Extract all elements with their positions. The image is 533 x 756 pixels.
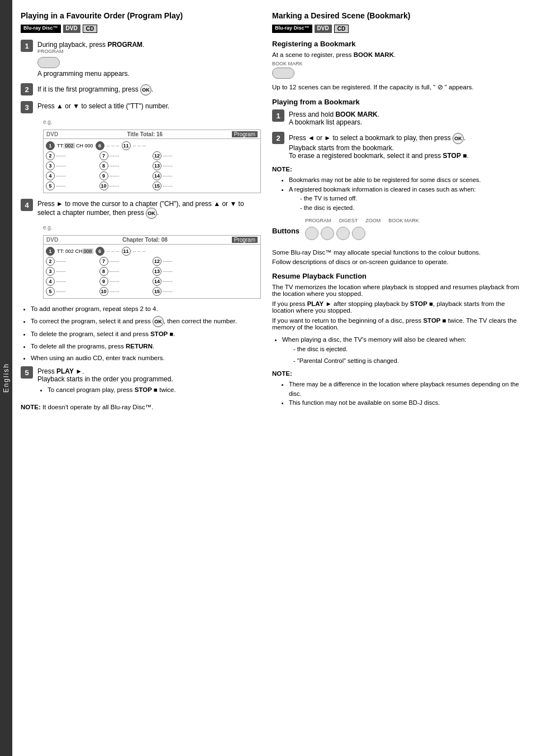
- register-title: Registering a Bookmark: [272, 40, 525, 48]
- t2-row1-detail: TT: 002 CH008: [57, 248, 93, 254]
- btn-label-digest: DIGEST: [339, 218, 358, 223]
- t2-cell-11-dashes: -- -- --: [133, 248, 146, 254]
- note-2: A registered bookmark information is cle…: [289, 185, 525, 213]
- step-5-num: 5: [21, 366, 33, 379]
- left-bullet-list: To add another program, repeat steps 2 t…: [21, 304, 261, 363]
- table1: DVD Title Total: 16 Program 1 TT:002 CH …: [43, 130, 261, 193]
- ok-icon-play: OK: [453, 133, 464, 144]
- t2-r3c1: 3------: [46, 267, 98, 276]
- t1-r3c1: 3------: [46, 161, 98, 170]
- resume-title: Resume Playback Function: [272, 272, 525, 280]
- register-text: At a scene to register, press BOOK MARK.: [272, 51, 525, 58]
- note-1: Bookmarks may not be able to be register…: [289, 175, 525, 185]
- step-1: 1 During playback, press PROGRAM. PROGRA…: [21, 40, 261, 78]
- side-tab-label: English: [2, 363, 10, 393]
- color-buttons-area: PROGRAM DIGEST ZOOM BOOK MARK: [305, 218, 419, 243]
- note-2-sub-2: the disc is ejected.: [300, 203, 525, 213]
- step-1-sub: A programming menu appears.: [37, 70, 130, 78]
- t2-r5c3: 15------: [153, 287, 205, 296]
- t1-r4c3: 14------: [153, 171, 205, 180]
- t2-r2c2: 7------: [99, 257, 152, 266]
- resume-text-3: If you want to return to the beginning o…: [272, 317, 525, 331]
- step-2-content: If it is the first programming, press OK…: [37, 83, 261, 95]
- table1-container: e.g. DVD Title Total: 16 Program 1 TT:00…: [43, 119, 261, 193]
- step-5-text: Press PLAY ►.: [37, 367, 84, 375]
- btn-label-program: PROGRAM: [305, 218, 331, 223]
- left-section-title: Playing in a Favourite Order (Program Pl…: [21, 11, 261, 20]
- right-column: Marking a Desired Scene (Bookmark) Blu-r…: [272, 11, 525, 745]
- bullet-1: To add another program, repeat steps 2 t…: [31, 304, 261, 314]
- right-badge-bluray: Blu-ray Disc™: [272, 25, 312, 33]
- table1-header-left: DVD: [46, 131, 58, 137]
- table1-program-label: Program: [232, 131, 258, 137]
- page-container: English Playing in a Favourite Order (Pr…: [0, 0, 533, 756]
- resume-text-2: If you press PLAY ► after stopping playb…: [272, 300, 525, 314]
- t2-r4c2: 9------: [99, 277, 152, 286]
- play-step-1: 1 Press and hold BOOK MARK. A bookmark l…: [272, 109, 525, 126]
- step-1-text: During playback, press PROGRAM.: [37, 41, 144, 49]
- table1-header-right: Title Total: 16: [127, 131, 163, 137]
- color-buttons-row: [305, 227, 419, 240]
- t2-r3c3: 13------: [153, 267, 205, 276]
- bullet-5: When using an audio CD, enter track numb…: [31, 353, 261, 363]
- table1-rows: 2------ 7------ 12------ 3------ 8------…: [46, 151, 258, 190]
- t1-r4c1: 4------: [46, 171, 98, 180]
- t2-r4c3: 14------: [153, 277, 205, 286]
- step-5-sub: Playback starts in the order you program…: [37, 375, 173, 383]
- ok-icon-2: OK: [140, 84, 151, 95]
- badge-bluray: Blu-ray Disc™: [21, 25, 61, 33]
- resume-sub-2: "Parental Control" setting is changed.: [293, 356, 525, 366]
- play-step-2-text: Press ◄ or ► to select a bookmark to pla…: [289, 134, 465, 142]
- right-badge-dvd: DVD: [315, 25, 332, 33]
- step-3-num: 3: [21, 101, 33, 113]
- table1-row1: 1 TT:002 CH 000 6 -- -- -- 11 -- -- --: [46, 141, 258, 150]
- resume-note-1: There may be a difference in the locatio…: [289, 380, 525, 398]
- note-2-sub: the TV is turned off. the disc is ejecte…: [289, 194, 525, 212]
- t2-cell-11: 11: [122, 247, 131, 256]
- step-2-num: 2: [21, 83, 33, 95]
- btn-labels-row: PROGRAM DIGEST ZOOM BOOK MARK: [305, 218, 419, 223]
- bookmark-button: [272, 68, 294, 79]
- table2-header-left: DVD: [46, 237, 58, 243]
- step-5-bullets: To cancel program play, press STOP ■ twi…: [37, 385, 261, 395]
- resume-bullet-1: When playing a disc, the TV's memory wil…: [282, 335, 525, 365]
- buttons-note2: Follow descriptions of discs or on-scree…: [272, 259, 525, 265]
- bookmark-note-label: NOTE:: [272, 166, 292, 173]
- table2: DVD Chapter Total: 08 Program 1 TT: 002 …: [43, 235, 261, 299]
- step-1-num: 1: [21, 40, 33, 52]
- play-step-2-num: 2: [272, 132, 284, 144]
- t1-r5c3: 15------: [153, 181, 205, 190]
- color-btn-1: [305, 227, 318, 240]
- table2-program-label: Program: [232, 237, 258, 243]
- t2-r5c1: 5------: [46, 287, 98, 296]
- table1-body: 1 TT:002 CH 000 6 -- -- -- 11 -- -- -- 2…: [44, 139, 260, 193]
- t2-cell-6: 6: [96, 247, 104, 256]
- note-2-sub-1: the TV is turned off.: [300, 194, 525, 203]
- color-btn-2: [321, 227, 334, 240]
- bookmark-note: NOTE: Bookmarks may not be able to be re…: [272, 165, 525, 212]
- table2-header: DVD Chapter Total: 08 Program: [44, 236, 260, 245]
- t1-r4c2: 9------: [99, 171, 152, 180]
- play-step-2-content: Press ◄ or ► to select a bookmark to pla…: [289, 132, 525, 160]
- right-disc-badges: Blu-ray Disc™ DVD CD: [272, 25, 525, 33]
- table2-rows: 2------ 7------ 12------ 3------ 8------…: [46, 257, 258, 296]
- left-column: Playing in a Favourite Order (Program Pl…: [21, 11, 261, 745]
- step-5-content: Press PLAY ►. Playback starts in the ord…: [37, 366, 261, 398]
- left-disc-badges: Blu-ray Disc™ DVD CD: [21, 25, 261, 33]
- buttons-section: Buttons PROGRAM DIGEST ZOOM BOOK MARK: [272, 218, 525, 243]
- bookmark-button-area: BOOK MARK: [272, 61, 525, 80]
- step-4: 4 Press ► to move the cursor to a chapte…: [21, 199, 261, 219]
- color-btn-3: [336, 227, 350, 240]
- bullet-4: To delete all the programs, press RETURN…: [31, 342, 261, 351]
- content-area: Playing in a Favourite Order (Program Pl…: [12, 0, 533, 756]
- resume-note-2: This function may not be available on so…: [289, 398, 525, 408]
- badge-dvd: DVD: [63, 25, 80, 33]
- step-4-content: Press ► to move the cursor to a chapter …: [37, 199, 261, 219]
- step-3-text: Press ▲ or ▼ to select a title ("TT") nu…: [37, 102, 169, 110]
- badge-cd: CD: [83, 25, 97, 33]
- play-step-2-sub1: Playback starts from the bookmark.: [289, 144, 394, 152]
- table2-container: e.g. DVD Chapter Total: 08 Program 1 TT:…: [43, 224, 261, 299]
- row1-detail: TT:002 CH 000: [57, 143, 93, 149]
- left-note: NOTE: It doesn't operate by all Blu-ray …: [21, 404, 261, 410]
- bullet-3: To delete the program, select it and pre…: [31, 329, 261, 339]
